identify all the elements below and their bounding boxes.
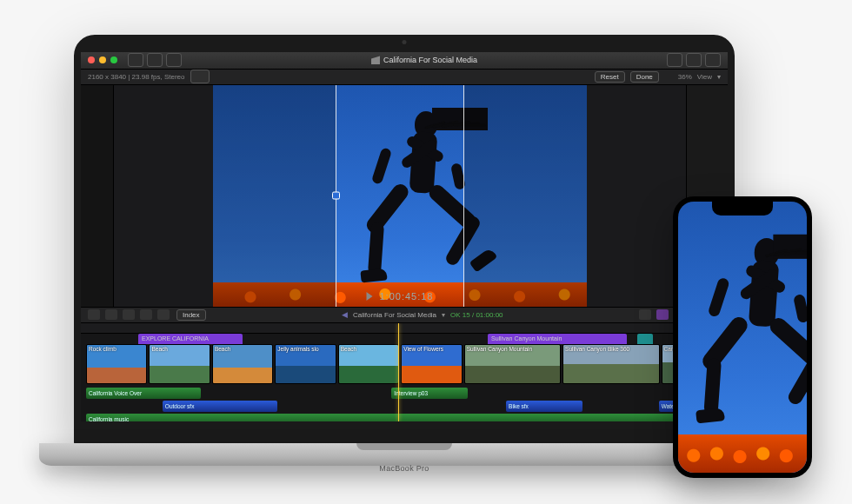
window-titlebar: California For Social Media [81, 52, 728, 70]
timeline-title: California For Social Media [353, 311, 436, 319]
marker-canoe[interactable] [637, 334, 653, 344]
timeline-clip[interactable]: Beach [338, 344, 399, 384]
option-bar: 2160 x 3840 | 23.98 fps, Stereo Reset Do… [81, 70, 728, 85]
skimming-icon[interactable] [639, 309, 651, 320]
timeline-video-track: Rock climb Beach Beach Jelly animals slo… [86, 344, 722, 384]
minimize-icon[interactable] [99, 56, 106, 63]
iphone-subject-runner [678, 233, 807, 430]
titles-browser-icon[interactable] [166, 53, 182, 67]
timeline-clip[interactable]: Sullivan Canyon Mountain [464, 344, 561, 384]
iphone-foreground [678, 434, 807, 473]
library-toggle-icon[interactable] [128, 53, 143, 67]
chevron-down-icon[interactable]: ▾ [442, 311, 445, 319]
iphone-device [673, 196, 812, 478]
macbook-device: California For Social Media 2160 x 3840 … [74, 35, 735, 478]
timeline-index-button[interactable]: Index [176, 309, 206, 321]
arrow-tool-icon[interactable] [88, 309, 100, 320]
crop-dim-right [463, 85, 587, 307]
reset-crop-button[interactable]: Reset [595, 71, 625, 83]
close-icon[interactable] [88, 56, 95, 63]
audio-clip[interactable]: Bike sfx [506, 401, 582, 412]
connect-clip-icon[interactable] [123, 309, 135, 320]
chevron-down-icon: ▾ [717, 73, 721, 81]
preview-sky [213, 85, 587, 307]
crop-handle-icon[interactable] [332, 192, 340, 200]
share-icon[interactable] [705, 53, 721, 67]
macbook-hinge-notch [356, 443, 452, 450]
sidebar-browser [81, 85, 114, 307]
iphone-screen [678, 202, 807, 473]
done-crop-button[interactable]: Done [630, 71, 659, 83]
timeline-header: Index ◀ California For Social Media ▾ OK… [81, 307, 728, 324]
iphone-notch-icon [712, 202, 773, 216]
crop-dim-left [213, 85, 336, 307]
macbook-screen: California For Social Media 2160 x 3840 … [74, 35, 735, 448]
timecode-display: 1:00:45:18 [380, 291, 434, 302]
crop-mode-button[interactable] [190, 70, 210, 83]
audio-clip[interactable]: California Voice Over [86, 388, 201, 399]
crop-frame[interactable] [336, 85, 463, 307]
blade-tool-icon[interactable] [105, 309, 117, 320]
camera-icon [403, 40, 407, 44]
final-cut-app: California For Social Media 2160 x 3840 … [81, 52, 728, 421]
audio-clip-music[interactable]: California music [86, 414, 722, 421]
playhead[interactable] [398, 323, 399, 421]
preview-frame [213, 85, 587, 307]
macbook-base [39, 443, 769, 466]
maximize-icon[interactable] [110, 56, 117, 63]
timeline-ruler[interactable] [81, 323, 728, 334]
color-toggle-icon[interactable] [686, 53, 702, 67]
viewer[interactable]: 1:00:45:18 [114, 85, 686, 307]
timeline-clip[interactable]: Sullivan Canyon Bike 360 [562, 344, 659, 384]
append-clip-icon[interactable] [157, 309, 170, 320]
media-browser-icon[interactable] [147, 53, 163, 67]
media-spec: 2160 x 3840 | 23.98 fps, Stereo [88, 73, 185, 81]
timeline-audio-tracks: California Voice Over Interview p03 Outd… [86, 388, 722, 421]
zoom-level[interactable]: 36% [678, 73, 692, 81]
timeline-status: OK 15 / 01:00:00 [450, 311, 503, 319]
play-icon[interactable] [367, 292, 373, 301]
main-area: 1:00:45:18 [81, 85, 728, 307]
audio-clip[interactable]: Interview p03 [391, 388, 468, 399]
inspector-toggle-icon[interactable] [667, 53, 682, 67]
audio-clip[interactable]: Outdoor sfx [163, 401, 277, 412]
viewer-transport: 1:00:45:18 [367, 291, 434, 302]
title-clip-2[interactable]: Sullivan Canyon Mountain [488, 334, 627, 344]
audio-skim-icon[interactable] [656, 309, 669, 320]
clapper-icon [371, 56, 380, 64]
chevron-left-icon[interactable]: ◀ [342, 310, 348, 319]
timeline-clip[interactable]: Jelly animals slo [275, 344, 336, 384]
device-label: MacBook Pro [74, 464, 735, 473]
project-title: California For Social Media [371, 56, 477, 64]
timeline[interactable]: EXPLORE CALIFORNIA Sullivan Canyon Mount… [81, 323, 728, 421]
traffic-lights [88, 56, 117, 63]
title-clip[interactable]: EXPLORE CALIFORNIA [138, 334, 243, 344]
timeline-clip[interactable]: Beach [212, 344, 273, 384]
view-menu[interactable]: View [697, 73, 712, 81]
project-title-text: California For Social Media [383, 56, 477, 64]
timeline-clip-active[interactable]: View of Flowers [401, 344, 462, 384]
insert-clip-icon[interactable] [140, 309, 152, 320]
timeline-clip[interactable]: Beach [149, 344, 210, 384]
timeline-clip[interactable]: Rock climb [86, 344, 147, 384]
